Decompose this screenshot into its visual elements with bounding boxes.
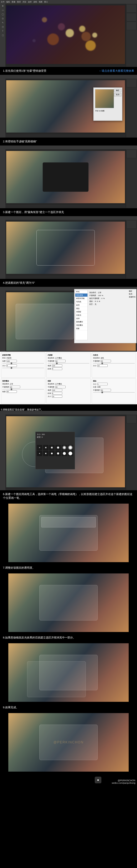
ps-window-step3 [0,146,137,208]
cat-item[interactable]: 内阴影 [75,310,87,314]
opacity-input[interactable] [10,386,20,388]
brush-preset[interactable] [37,451,42,456]
opacity-input[interactable] [100,360,111,362]
layers-panel[interactable] [126,150,137,158]
cat-item[interactable]: 纹理 [75,304,87,307]
val[interactable]: 内斜面 [6,357,11,359]
brush-hardness-value[interactable]: 0 [42,436,43,438]
cat-item[interactable]: 样式 [75,290,87,293]
cat-item[interactable]: 内发光 [75,314,87,317]
history-panel[interactable] [126,22,137,30]
fill-value[interactable]: 0 [101,298,102,299]
angle-input[interactable] [52,389,62,391]
slider[interactable] [2,363,44,364]
layers-panel[interactable] [126,13,137,21]
cat-item-selected[interactable]: 混合选项 [75,293,87,297]
menu-item[interactable]: 滤镜 [33,1,37,3]
menu-item[interactable]: 视图 [39,1,42,3]
size-input[interactable] [97,383,108,385]
selection-outline[interactable] [37,230,95,266]
shape-tool[interactable]: ▢ [0,33,5,37]
brush-preset[interactable] [68,451,73,456]
knockout-value[interactable]: 无 [95,303,96,305]
slider[interactable] [2,368,44,368]
brush-preset[interactable] [43,445,48,450]
cat-item[interactable]: 等高线 [75,300,87,304]
angle-input[interactable] [6,390,17,393]
cancel-button[interactable]: 取消 [129,293,136,295]
val[interactable]: 正片叠底 [55,383,62,385]
size-input[interactable] [6,364,17,367]
brush-preset[interactable] [37,445,42,450]
ch-g[interactable]: G [97,301,98,302]
opacity-input[interactable] [100,389,111,391]
filled-rounded-rect[interactable] [43,162,89,192]
lasso-tool[interactable]: ◯ [0,12,5,16]
brush-size-value[interactable]: 300 [42,433,45,435]
crop-tool[interactable]: ⊡ [0,16,5,21]
menu-item[interactable]: 类型 [22,1,26,3]
menu-item[interactable]: 文件 [1,1,5,3]
brush-preset[interactable] [68,445,73,450]
cat-item[interactable]: 光泽 [75,317,87,320]
ok-button[interactable]: 确定 [129,290,136,292]
step1-note[interactable]: ←请点击查看大图看完整效果 [96,67,137,75]
lbl: 大小 [93,365,96,367]
slider[interactable] [2,389,44,390]
slider[interactable] [93,392,135,393]
canvas-area[interactable] [5,220,126,276]
cat-item[interactable]: 投影 [75,327,87,330]
new-style-button[interactable]: 新建样式 [129,296,136,298]
brush-preset[interactable] [55,451,61,456]
brush-preset[interactable] [49,445,54,450]
layers-panel[interactable] [126,79,137,87]
val[interactable]: 滤色 [100,357,104,359]
radius-value[interactable]: 30 [99,110,101,112]
opacity-input[interactable] [55,386,65,388]
size-input[interactable] [52,395,62,398]
glass-rect-reflected [39,655,98,690]
layers-panel[interactable] [126,220,137,229]
menu-item[interactable]: 编辑 [6,1,10,3]
brush-preset[interactable] [62,451,67,456]
layers-panel[interactable] [126,415,137,423]
blend-mode-value[interactable]: 正常 [98,291,101,294]
val[interactable]: 正常 [10,383,13,385]
opacity-value[interactable]: 100 [98,294,101,297]
cat-item[interactable]: 斜面和浮雕 [75,297,87,300]
slider[interactable] [48,363,89,364]
dist-input[interactable] [52,368,62,370]
menu-item[interactable]: 图像 [12,1,15,3]
angle-input[interactable] [52,364,62,367]
text-tool[interactable]: T [0,29,5,33]
cat-item[interactable]: 渐变叠加 [75,323,87,327]
move-tool[interactable]: ✥ [0,4,5,8]
slider[interactable] [93,363,135,364]
eraser-tool[interactable]: ◫ [0,25,5,29]
marquee-tool[interactable]: ▭ [0,8,5,12]
color-panel[interactable] [126,4,137,12]
menu-item[interactable]: 选择 [28,1,32,3]
val[interactable]: 内部 [97,386,100,388]
depth-input[interactable] [6,360,17,362]
ch-b[interactable]: B [99,301,100,302]
dist-input[interactable] [52,392,62,395]
brush-preset[interactable] [49,451,54,456]
brush-tool[interactable]: ✎ [0,21,5,25]
ch-r[interactable]: R [95,301,96,302]
menu-item[interactable]: 窗口 [44,1,48,3]
cancel-button[interactable]: 取消 [114,93,121,96]
cat-item[interactable]: 颜色叠加 [75,320,87,323]
canvas-area[interactable] [5,4,126,66]
menu-item[interactable]: 图层 [17,1,21,3]
val[interactable]: 正片叠底 [55,357,62,359]
brush-preset[interactable] [62,445,67,450]
canvas-area[interactable] [5,149,126,205]
brush-preset[interactable] [55,445,61,450]
ok-button[interactable]: 确定 [114,89,121,92]
opacity-input[interactable] [55,360,65,362]
size-input[interactable] [97,364,108,367]
glass-rect[interactable] [16,304,74,339]
brush-preset[interactable] [43,451,48,456]
cat-item[interactable]: 描边 [75,307,87,310]
